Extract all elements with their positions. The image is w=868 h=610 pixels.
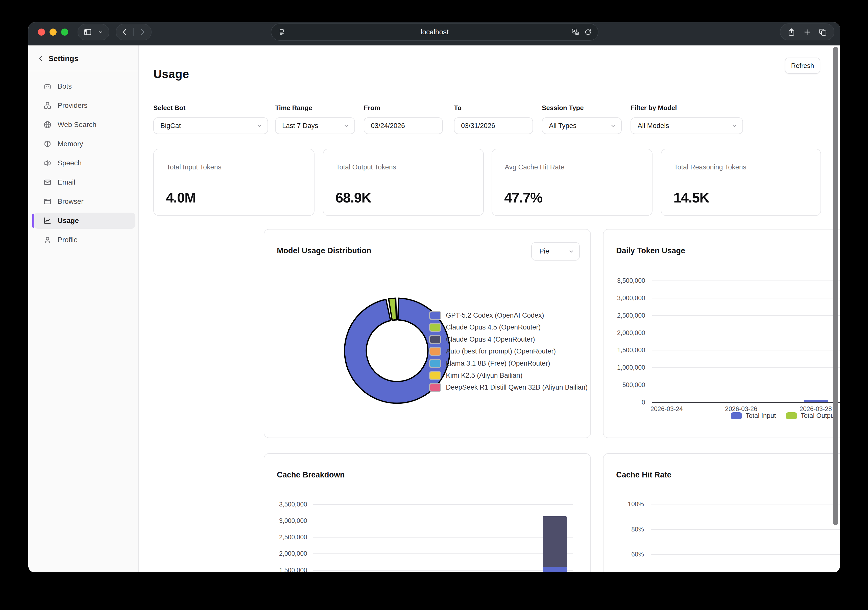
stat-label: Total Input Tokens [166, 163, 221, 171]
y-axis-tick: 1,500,000 [264, 566, 307, 572]
close-button[interactable] [38, 28, 45, 36]
forward-icon[interactable] [138, 28, 147, 36]
stat-value: 47.7% [504, 190, 542, 206]
legend-swatch [429, 311, 441, 320]
filter-select-bot: Select BotBigCat [153, 104, 268, 134]
stat-label: Total Output Tokens [336, 163, 396, 171]
legend-label: Kimi K2.5 (Aliyun Bailian) [446, 372, 522, 379]
providers-icon [43, 101, 52, 110]
sidebar-item-label: Web Search [57, 121, 96, 129]
page-scrollbar[interactable] [833, 47, 838, 525]
legend-item: Auto (best for prompt) (OpenRouter) [429, 345, 556, 358]
translate-icon[interactable] [571, 28, 580, 36]
legend-label: DeepSeek R1 Distill Qwen 32B (Aliyun Bai… [446, 384, 587, 391]
reload-icon[interactable] [584, 28, 592, 36]
minimize-button[interactable] [50, 28, 57, 36]
gridline [652, 298, 840, 299]
new-tab-icon[interactable] [803, 28, 812, 37]
daily-token-usage-card: Daily Token Usage 0500,0001,000,0001,500… [603, 229, 840, 438]
chart-legend: Total InputTotal Output [652, 412, 840, 420]
legend-swatch [429, 371, 441, 380]
sidebar-item-usage[interactable]: Usage [28, 211, 138, 230]
y-axis-tick: 2,000,000 [264, 550, 307, 557]
sidebar-item-memory[interactable]: Memory [28, 134, 138, 153]
select-bot-select[interactable]: BigCat [153, 118, 268, 134]
legend-label: Total Output [801, 412, 836, 420]
model-usage-distribution-card: Model Usage Distribution Pie GPT-5.2 Cod… [264, 229, 591, 438]
legend-swatch [429, 335, 441, 344]
filter-time-range: Time RangeLast 7 Days [275, 104, 355, 134]
sidebar-item-browser[interactable]: Browser [28, 192, 138, 211]
y-axis-tick: 3,000,000 [603, 294, 645, 302]
tab-overview-icon[interactable] [818, 28, 827, 37]
legend-label: GPT-5.2 Codex (OpenAI Codex) [446, 311, 544, 319]
gridline [652, 315, 840, 316]
gridline [652, 350, 840, 350]
time-range-select[interactable]: Last 7 Days [275, 118, 355, 134]
share-icon[interactable] [787, 28, 796, 37]
brain-icon [43, 139, 52, 149]
back-chevron-icon[interactable] [37, 55, 45, 62]
sidebar-item-label: Providers [57, 102, 87, 110]
sidebar-item-speech[interactable]: Speech [28, 153, 138, 173]
y-axis-tick: 3,500,000 [603, 277, 645, 284]
sidebar-toggle-icon[interactable] [83, 28, 92, 37]
legend-label: Llama 3.1 8B (Free) (OpenRouter) [446, 359, 550, 367]
filter-value: Last 7 Days [282, 122, 318, 130]
gridline [652, 333, 840, 333]
gridline [313, 570, 573, 571]
y-axis-tick: 3,000,000 [264, 517, 307, 525]
legend-label: Total Input [746, 412, 776, 420]
sidebar-item-web-search[interactable]: Web Search [28, 115, 138, 134]
page-title: Usage [153, 67, 189, 81]
cache-breakdown-card: Cache Breakdown 500,0001,000,0001,500,00… [264, 453, 591, 572]
envelope-icon [43, 178, 52, 187]
from-input[interactable]: 03/24/2026 [364, 118, 443, 134]
sidebar-item-label: Usage [57, 217, 79, 225]
zoom-button[interactable] [61, 28, 68, 36]
sidebar-toggle-group [78, 24, 109, 40]
filter-value: All Models [638, 122, 669, 130]
daily-token-usage-chart: 0500,0001,000,0001,500,0002,000,0002,500… [603, 229, 840, 438]
sidebar-item-providers[interactable]: Providers [28, 96, 138, 115]
legend-swatch [786, 412, 797, 420]
legend-item: DeepSeek R1 Distill Qwen 32B (Aliyun Bai… [429, 381, 587, 393]
sidebar-item-email[interactable]: Email [28, 173, 138, 192]
line-chart-canvas [603, 454, 840, 572]
sidebar-item-label: Email [57, 178, 75, 186]
session-type-select[interactable]: All Types [542, 118, 622, 134]
sidebar-item-label: Memory [57, 140, 83, 148]
sidebar-item-profile[interactable]: Profile [28, 230, 138, 249]
to-input[interactable]: 03/31/2026 [454, 118, 533, 134]
filter-by-model-select[interactable]: All Models [631, 118, 743, 134]
browser-window: localhost [28, 22, 840, 572]
usage-page: Usage Refresh Select BotBigCatTime Range… [139, 45, 840, 572]
selected-indicator [33, 214, 34, 228]
window-actions-group [780, 23, 834, 40]
chevron-down-icon[interactable] [97, 29, 104, 36]
refresh-button[interactable]: Refresh [785, 57, 820, 74]
gridline [313, 553, 573, 554]
bar-segment [804, 400, 828, 402]
chart-line-icon [43, 216, 52, 225]
globe-icon [43, 120, 52, 129]
back-icon[interactable] [121, 28, 129, 36]
filter-label: Session Type [542, 104, 622, 112]
legend-swatch [429, 359, 441, 368]
stat-label: Total Reasoning Tokens [674, 163, 746, 171]
y-axis-tick: 1,500,000 [603, 347, 645, 354]
chevron-down-icon [731, 122, 738, 129]
sidebar-item-label: Bots [57, 82, 72, 90]
sidebar-item-bots[interactable]: Bots [28, 77, 138, 96]
desktop: localhost [0, 0, 868, 610]
browser-window-icon [43, 197, 52, 206]
stat-card-avg-cache-hit-rate: Avg Cache Hit Rate47.7% [491, 149, 653, 216]
legend-item: Kimi K2.5 (Aliyun Bailian) [429, 369, 522, 381]
filter-label: From [364, 104, 443, 112]
filter-to: To03/31/2026 [454, 104, 533, 134]
sidebar-divider [28, 71, 138, 71]
address-bar[interactable]: localhost [271, 23, 598, 41]
legend-swatch [429, 323, 441, 332]
y-axis-tick: 3,500,000 [264, 501, 307, 508]
gridline [652, 280, 840, 281]
